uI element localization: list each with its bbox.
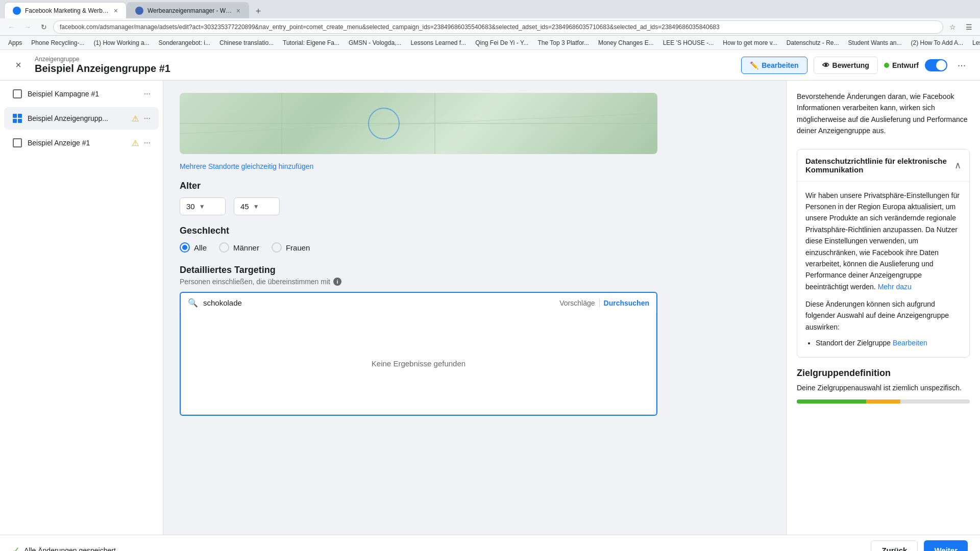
age-min-dropdown[interactable]: 30 ▼ bbox=[180, 197, 226, 215]
bookmarks-bar: Apps Phone Recycling-... (1) How Working… bbox=[0, 36, 980, 50]
bookmark-13[interactable]: Datenschutz - Re... bbox=[782, 38, 843, 47]
bookmark-12[interactable]: How to get more v... bbox=[719, 38, 781, 47]
sidebar-item-adset[interactable]: Beispiel Anzeigengrupp... ⚠ ··· bbox=[4, 107, 159, 130]
list-item-text: Standort der Zielgruppe bbox=[816, 339, 891, 347]
sidebar-campaign-more[interactable]: ··· bbox=[144, 89, 151, 98]
tab-close-1[interactable]: × bbox=[114, 7, 118, 15]
topbar-title: Beispiel Anzeigengruppe #1 bbox=[35, 63, 170, 74]
zielgruppen-title: Zielgruppendefinition bbox=[797, 368, 970, 379]
datenschutz-header[interactable]: Datenschutzrichtlinie für elektronische … bbox=[797, 149, 969, 181]
gender-maenner-radio[interactable] bbox=[219, 242, 229, 253]
gender-frauen[interactable]: Frauen bbox=[272, 242, 310, 253]
tab-2[interactable]: Werbeanzeigenmanager - We... × bbox=[127, 2, 249, 18]
sidebar-adset-more[interactable]: ··· bbox=[144, 114, 151, 123]
aenderungen-text: Diese Änderungen können sich aufgrund fo… bbox=[805, 298, 961, 333]
eye-icon: 👁 bbox=[822, 61, 829, 69]
gender-section: Geschlecht Alle Männer bbox=[180, 226, 657, 253]
nav-bar: ← → ↻ facebook.com/adsmanager/manage/ads… bbox=[0, 18, 980, 36]
bookmark-leseliste[interactable]: Leseliste bbox=[968, 38, 980, 47]
bookmark-2[interactable]: (1) How Working a... bbox=[89, 38, 153, 47]
save-status-text: Alle Änderungen gespeichert bbox=[24, 546, 116, 552]
extensions-button[interactable]: ☰ bbox=[962, 20, 976, 34]
tab-close-2[interactable]: × bbox=[236, 7, 240, 15]
reload-button[interactable]: ↻ bbox=[37, 20, 51, 34]
list-item-link[interactable]: Bearbeiten bbox=[893, 339, 927, 347]
preview-button[interactable]: 👁 Bewertung bbox=[814, 57, 878, 74]
bookmark-apps[interactable]: Apps bbox=[4, 38, 26, 47]
search-actions: Vorschläge Durchsuchen bbox=[559, 299, 649, 307]
bookmark-9[interactable]: The Top 3 Platfor... bbox=[533, 38, 593, 47]
bookmark-11[interactable]: LEE 'S HOUSE -... bbox=[659, 38, 718, 47]
datenschutz-body: Wir haben unsere Privatsphäre-Einstellun… bbox=[797, 181, 969, 358]
map-background bbox=[180, 93, 657, 154]
gender-alle[interactable]: Alle bbox=[180, 242, 207, 253]
targeting-subtitle: Personen einschließen, die übereinstimme… bbox=[180, 278, 657, 286]
more-button[interactable]: ··· bbox=[953, 57, 970, 73]
right-panel-info-text: Bevorstehende Änderungen daran, wie Face… bbox=[797, 91, 970, 137]
bookmark-10[interactable]: Money Changes E... bbox=[594, 38, 658, 47]
nav-right: ☆ ☰ bbox=[945, 20, 976, 34]
next-button[interactable]: Weiter bbox=[924, 540, 968, 551]
forward-button[interactable]: → bbox=[20, 20, 35, 34]
bookmark-6[interactable]: GMSN - Vologda,... bbox=[345, 38, 405, 47]
edit-button[interactable]: ✏️ Bearbeiten bbox=[741, 57, 807, 74]
gender-frauen-radio[interactable] bbox=[272, 242, 282, 253]
bookmark-8[interactable]: Qing Fei De Yi - Y... bbox=[471, 38, 532, 47]
gender-maenner[interactable]: Männer bbox=[219, 242, 259, 253]
mehr-dazu-link[interactable]: Mehr dazu bbox=[878, 283, 912, 291]
bookmark-14[interactable]: Student Wants an... bbox=[844, 38, 906, 47]
bookmark-7[interactable]: Lessons Learned f... bbox=[406, 38, 470, 47]
bookmark-15[interactable]: (2) How To Add A... bbox=[907, 38, 968, 47]
save-status: ✓ Alle Änderungen gespeichert bbox=[12, 545, 116, 552]
topbar-titles: Anzeigengruppe Beispiel Anzeigengruppe #… bbox=[35, 56, 170, 74]
datenschutz-body-text: Wir haben unsere Privatsphäre-Einstellun… bbox=[805, 190, 961, 293]
bookmark-3[interactable]: Sonderangebot: i... bbox=[155, 38, 214, 47]
gauge-segment-2 bbox=[866, 399, 901, 404]
edit-label: Bearbeiten bbox=[762, 61, 798, 69]
sidebar-item-campaign[interactable]: Beispiel Kampagne #1 ··· bbox=[4, 83, 159, 105]
search-vorschlaege-btn[interactable]: Vorschläge bbox=[559, 299, 595, 307]
tab-1[interactable]: Facebook Marketing & Werbe... × bbox=[4, 2, 127, 18]
ad-icon bbox=[12, 138, 22, 148]
add-locations-link[interactable]: Mehrere Standorte gleichzeitig hinzufüge… bbox=[180, 162, 657, 170]
close-button[interactable]: × bbox=[10, 57, 27, 73]
bookmark-1[interactable]: Phone Recycling-... bbox=[27, 38, 88, 47]
pencil-icon: ✏️ bbox=[750, 61, 758, 69]
address-bar[interactable]: facebook.com/adsmanager/manage/adsets/ed… bbox=[53, 20, 943, 34]
gender-section-label: Geschlecht bbox=[180, 226, 657, 236]
back-button[interactable]: ← bbox=[4, 20, 18, 34]
new-tab-button[interactable]: + bbox=[251, 4, 265, 18]
targeting-search-input[interactable] bbox=[203, 298, 554, 307]
bookmark-4[interactable]: Chinese translatio... bbox=[215, 38, 278, 47]
tab-title-2: Werbeanzeigenmanager - We... bbox=[148, 7, 232, 14]
age-min-arrow: ▼ bbox=[199, 203, 205, 210]
sidebar-item-ad[interactable]: Beispiel Anzeige #1 ⚠ ··· bbox=[4, 132, 159, 154]
search-divider bbox=[599, 299, 600, 307]
back-button[interactable]: Zurück bbox=[871, 540, 918, 551]
list-item-1: Standort der Zielgruppe Bearbeiten bbox=[816, 339, 961, 347]
datenschutz-section: Datenschutzrichtlinie für elektronische … bbox=[797, 149, 970, 358]
search-browse-btn[interactable]: Durchsuchen bbox=[604, 299, 649, 307]
targeting-subtitle-text: Personen einschließen, die übereinstimme… bbox=[180, 278, 330, 286]
bookmark-button[interactable]: ☆ bbox=[945, 20, 960, 34]
age-section-label: Alter bbox=[180, 181, 657, 191]
sidebar-ad-more[interactable]: ··· bbox=[144, 138, 151, 147]
datenschutz-collapse-btn[interactable]: ∧ bbox=[954, 160, 961, 171]
status-dot bbox=[884, 63, 889, 68]
age-row: 30 ▼ 45 ▼ bbox=[180, 197, 657, 215]
gender-alle-radio[interactable] bbox=[180, 242, 190, 253]
search-results: Keine Ergebnisse gefunden bbox=[181, 313, 656, 415]
toggle-knob bbox=[936, 60, 946, 70]
age-max-dropdown[interactable]: 45 ▼ bbox=[234, 197, 280, 215]
bookmark-5[interactable]: Tutorial: Eigene Fa... bbox=[279, 38, 344, 47]
info-icon[interactable]: i bbox=[333, 278, 341, 286]
toggle-switch[interactable] bbox=[925, 59, 947, 71]
search-icon: 🔍 bbox=[188, 298, 198, 308]
main-content: Mehrere Standorte gleichzeitig hinzufüge… bbox=[163, 81, 786, 535]
app: × Anzeigengruppe Beispiel Anzeigengruppe… bbox=[0, 50, 980, 551]
age-max-arrow: ▼ bbox=[253, 203, 259, 210]
gender-maenner-label: Männer bbox=[233, 243, 259, 252]
tab-favicon-2 bbox=[135, 7, 143, 15]
status-label: Entwurf bbox=[892, 61, 919, 69]
preview-label: Bewertung bbox=[832, 61, 869, 69]
